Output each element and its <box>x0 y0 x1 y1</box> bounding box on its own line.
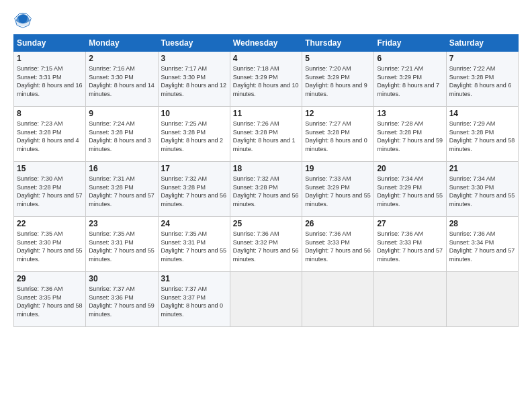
calendar-cell <box>302 272 374 327</box>
day-info: Sunrise: 7:25 AMSunset: 3:28 PMDaylight:… <box>161 120 227 153</box>
day-number: 23 <box>89 219 154 228</box>
day-info: Sunrise: 7:32 AMSunset: 3:28 PMDaylight:… <box>233 175 299 208</box>
calendar-cell: 22 Sunrise: 7:35 AMSunset: 3:30 PMDaylig… <box>14 217 86 272</box>
day-info: Sunrise: 7:35 AMSunset: 3:30 PMDaylight:… <box>17 230 83 263</box>
calendar-cell: 14 Sunrise: 7:29 AMSunset: 3:28 PMDaylig… <box>446 107 518 162</box>
day-number: 19 <box>305 164 371 173</box>
day-number: 7 <box>449 54 515 63</box>
day-number: 21 <box>449 164 515 173</box>
day-number: 15 <box>17 164 83 173</box>
day-info: Sunrise: 7:36 AMSunset: 3:32 PMDaylight:… <box>233 230 299 263</box>
calendar-cell: 12 Sunrise: 7:27 AMSunset: 3:28 PMDaylig… <box>302 107 374 162</box>
week-row-2: 8 Sunrise: 7:23 AMSunset: 3:28 PMDayligh… <box>14 107 519 162</box>
calendar-cell: 9 Sunrise: 7:24 AMSunset: 3:28 PMDayligh… <box>86 107 158 162</box>
calendar-cell: 23 Sunrise: 7:35 AMSunset: 3:31 PMDaylig… <box>86 217 158 272</box>
calendar-cell: 17 Sunrise: 7:32 AMSunset: 3:28 PMDaylig… <box>158 162 230 217</box>
day-info: Sunrise: 7:35 AMSunset: 3:31 PMDaylight:… <box>161 230 227 263</box>
day-info: Sunrise: 7:15 AMSunset: 3:31 PMDaylight:… <box>17 64 83 98</box>
day-header-saturday: Saturday <box>446 35 518 52</box>
day-info: Sunrise: 7:20 AMSunset: 3:29 PMDaylight:… <box>305 64 371 98</box>
calendar-header-row: SundayMondayTuesdayWednesdayThursdayFrid… <box>14 35 519 52</box>
calendar-cell: 21 Sunrise: 7:34 AMSunset: 3:30 PMDaylig… <box>446 162 518 217</box>
day-header-thursday: Thursday <box>302 35 374 52</box>
calendar-cell: 27 Sunrise: 7:36 AMSunset: 3:33 PMDaylig… <box>374 217 446 272</box>
calendar-cell: 6 Sunrise: 7:21 AMSunset: 3:29 PMDayligh… <box>374 52 446 107</box>
day-number: 10 <box>161 109 227 118</box>
calendar-cell: 5 Sunrise: 7:20 AMSunset: 3:29 PMDayligh… <box>302 52 374 107</box>
week-row-3: 15 Sunrise: 7:30 AMSunset: 3:28 PMDaylig… <box>14 162 519 217</box>
calendar-cell: 20 Sunrise: 7:34 AMSunset: 3:29 PMDaylig… <box>374 162 446 217</box>
day-info: Sunrise: 7:18 AMSunset: 3:29 PMDaylight:… <box>233 64 299 98</box>
day-info: Sunrise: 7:28 AMSunset: 3:28 PMDaylight:… <box>377 120 443 153</box>
day-info: Sunrise: 7:23 AMSunset: 3:28 PMDaylight:… <box>17 120 83 153</box>
day-info: Sunrise: 7:16 AMSunset: 3:30 PMDaylight:… <box>89 64 154 98</box>
day-number: 6 <box>377 54 443 63</box>
day-header-friday: Friday <box>374 35 446 52</box>
day-number: 17 <box>161 164 227 173</box>
day-number: 20 <box>377 164 443 173</box>
calendar-cell: 24 Sunrise: 7:35 AMSunset: 3:31 PMDaylig… <box>158 217 230 272</box>
day-number: 11 <box>233 109 299 118</box>
day-info: Sunrise: 7:36 AMSunset: 3:35 PMDaylight:… <box>17 285 83 318</box>
calendar-cell: 4 Sunrise: 7:18 AMSunset: 3:29 PMDayligh… <box>230 52 302 107</box>
calendar-cell: 25 Sunrise: 7:36 AMSunset: 3:32 PMDaylig… <box>230 217 302 272</box>
calendar-cell <box>446 272 518 327</box>
calendar-cell: 2 Sunrise: 7:16 AMSunset: 3:30 PMDayligh… <box>86 52 158 107</box>
day-number: 26 <box>305 219 371 228</box>
calendar-cell: 30 Sunrise: 7:37 AMSunset: 3:36 PMDaylig… <box>86 272 158 327</box>
day-info: Sunrise: 7:21 AMSunset: 3:29 PMDaylight:… <box>377 64 443 98</box>
day-number: 8 <box>17 109 83 118</box>
calendar-cell <box>230 272 302 327</box>
calendar-cell: 19 Sunrise: 7:33 AMSunset: 3:29 PMDaylig… <box>302 162 374 217</box>
day-number: 14 <box>449 109 515 118</box>
day-info: Sunrise: 7:37 AMSunset: 3:36 PMDaylight:… <box>89 285 154 318</box>
calendar-cell: 11 Sunrise: 7:26 AMSunset: 3:28 PMDaylig… <box>230 107 302 162</box>
day-number: 30 <box>89 274 154 283</box>
day-info: Sunrise: 7:35 AMSunset: 3:31 PMDaylight:… <box>89 230 154 263</box>
day-number: 4 <box>233 54 299 63</box>
day-number: 28 <box>449 219 515 228</box>
day-info: Sunrise: 7:27 AMSunset: 3:28 PMDaylight:… <box>305 120 371 153</box>
day-info: Sunrise: 7:36 AMSunset: 3:33 PMDaylight:… <box>377 230 443 263</box>
day-number: 24 <box>161 219 227 228</box>
calendar-cell: 13 Sunrise: 7:28 AMSunset: 3:28 PMDaylig… <box>374 107 446 162</box>
day-number: 1 <box>17 54 83 63</box>
day-number: 31 <box>161 274 227 283</box>
day-number: 9 <box>89 109 154 118</box>
day-number: 22 <box>17 219 83 228</box>
calendar-cell: 26 Sunrise: 7:36 AMSunset: 3:33 PMDaylig… <box>302 217 374 272</box>
week-row-1: 1 Sunrise: 7:15 AMSunset: 3:31 PMDayligh… <box>14 52 519 107</box>
calendar-cell: 28 Sunrise: 7:36 AMSunset: 3:34 PMDaylig… <box>446 217 518 272</box>
calendar-cell: 15 Sunrise: 7:30 AMSunset: 3:28 PMDaylig… <box>14 162 86 217</box>
day-number: 18 <box>233 164 299 173</box>
day-number: 5 <box>305 54 371 63</box>
day-info: Sunrise: 7:34 AMSunset: 3:30 PMDaylight:… <box>449 175 515 208</box>
week-row-5: 29 Sunrise: 7:36 AMSunset: 3:35 PMDaylig… <box>14 272 519 327</box>
day-number: 25 <box>233 219 299 228</box>
calendar-cell: 29 Sunrise: 7:36 AMSunset: 3:35 PMDaylig… <box>14 272 86 327</box>
calendar-cell: 10 Sunrise: 7:25 AMSunset: 3:28 PMDaylig… <box>158 107 230 162</box>
day-info: Sunrise: 7:24 AMSunset: 3:28 PMDaylight:… <box>89 120 154 153</box>
day-header-wednesday: Wednesday <box>230 35 302 52</box>
day-number: 13 <box>377 109 443 118</box>
day-info: Sunrise: 7:22 AMSunset: 3:28 PMDaylight:… <box>449 64 515 98</box>
day-info: Sunrise: 7:34 AMSunset: 3:29 PMDaylight:… <box>377 175 443 208</box>
day-info: Sunrise: 7:36 AMSunset: 3:34 PMDaylight:… <box>449 230 515 263</box>
calendar-cell <box>374 272 446 327</box>
day-number: 27 <box>377 219 443 228</box>
day-number: 2 <box>89 54 154 63</box>
day-info: Sunrise: 7:31 AMSunset: 3:28 PMDaylight:… <box>89 175 154 208</box>
logo <box>13 10 35 29</box>
day-number: 3 <box>161 54 227 63</box>
day-info: Sunrise: 7:26 AMSunset: 3:28 PMDaylight:… <box>233 120 299 153</box>
day-info: Sunrise: 7:17 AMSunset: 3:30 PMDaylight:… <box>161 64 227 98</box>
page: SundayMondayTuesdayWednesdayThursdayFrid… <box>0 0 532 411</box>
day-header-sunday: Sunday <box>14 35 86 52</box>
day-info: Sunrise: 7:30 AMSunset: 3:28 PMDaylight:… <box>17 175 83 208</box>
day-info: Sunrise: 7:33 AMSunset: 3:29 PMDaylight:… <box>305 175 371 208</box>
day-number: 16 <box>89 164 154 173</box>
day-info: Sunrise: 7:29 AMSunset: 3:28 PMDaylight:… <box>449 120 515 153</box>
day-number: 12 <box>305 109 371 118</box>
week-row-4: 22 Sunrise: 7:35 AMSunset: 3:30 PMDaylig… <box>14 217 519 272</box>
day-info: Sunrise: 7:36 AMSunset: 3:33 PMDaylight:… <box>305 230 371 263</box>
